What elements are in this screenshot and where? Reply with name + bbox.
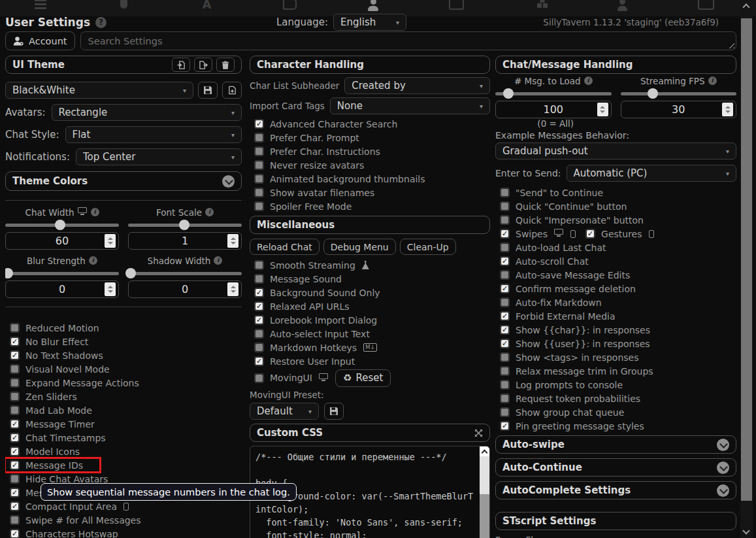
language-select[interactable]: English ▾ [333,14,406,31]
formatting-font-icon[interactable] [198,0,216,15]
checkbox[interactable] [501,298,509,307]
checkbox[interactable] [255,261,263,269]
checkbox[interactable] [255,175,263,183]
theme-select[interactable]: Black&White ▾ [5,82,193,99]
checkbox[interactable] [10,337,19,346]
checkbox-row[interactable]: No Blur Effect [5,335,242,348]
checkbox-row[interactable]: Relaxed API URLs [250,299,490,313]
checkbox-row[interactable]: Restore User Input [250,354,490,368]
account-button[interactable]: Account [5,31,75,50]
checkbox[interactable] [501,326,509,334]
user-settings-icon[interactable] [364,0,382,15]
checkbox-row[interactable]: Reduced Motion [5,321,242,335]
expand-icon[interactable] [474,429,483,437]
checkbox[interactable] [255,316,263,324]
checkbox[interactable] [501,408,509,416]
checkbox[interactable] [255,188,263,197]
slider[interactable] [128,220,242,230]
slider-value-input[interactable]: 0 [128,280,242,298]
setting-select[interactable]: None ▾ [330,97,490,114]
checkbox[interactable] [501,367,509,375]
checkbox-row[interactable]: Auto-save Message Edits [495,268,736,282]
checkbox-row[interactable]: Show <tags> in responses [495,350,736,364]
checkbox-row[interactable]: Relax message trim in Groups [495,364,736,378]
number-spinner[interactable] [227,234,238,248]
scrollbar-thumb[interactable] [480,456,489,494]
checkbox[interactable] [501,271,509,279]
checkbox[interactable] [10,406,19,414]
chevron-down-icon[interactable] [222,175,235,188]
checkbox-row[interactable]: Pin greeting message styles [495,419,736,433]
checkbox-row[interactable]: Spoiler Free Mode [250,199,490,213]
checkbox[interactable] [501,339,509,348]
collapsible-section[interactable]: Auto-swipe [495,435,736,454]
checkbox[interactable] [255,161,263,169]
checkbox[interactable] [10,488,19,497]
checkbox[interactable] [10,530,19,538]
scroll-up-icon[interactable] [480,446,489,456]
number-spinner[interactable] [722,103,733,116]
checkbox-row[interactable]: Mad Lab Mode [5,403,242,417]
movingui-row[interactable]: MovingUI ♻ Reset [250,368,490,388]
checkbox-row[interactable]: Expand Message Actions [5,376,242,390]
save-theme-button[interactable] [198,82,218,99]
checkbox-row[interactable]: Log prompts to console [495,378,736,392]
checkbox[interactable] [501,216,509,224]
checkbox-row[interactable]: No Text Shadows [5,348,242,362]
checkbox-row[interactable]: Quick "Continue" button [495,199,736,213]
editor-scrollbar[interactable] [480,446,489,538]
scroll-down-icon[interactable] [742,527,749,534]
checkbox[interactable] [255,343,263,352]
checkbox-row[interactable]: Smooth Streaming [250,258,490,272]
sliders-icon[interactable] [31,0,50,15]
collapsible-section[interactable]: AutoComplete Settings [495,481,736,499]
slider[interactable] [5,220,119,230]
checkbox-row[interactable]: Visual Novel Mode [5,362,242,376]
slider-value-input[interactable]: 30 [621,101,737,118]
checkbox-row[interactable]: Prefer Char. Prompt [250,131,490,144]
checkbox-row[interactable]: Confirm message deletion [495,282,736,295]
checkbox-row[interactable]: Never resize avatars [250,158,490,172]
checkbox-row[interactable]: Characters Hotswap [5,527,242,538]
number-spinner[interactable] [105,282,116,296]
checkbox[interactable] [501,284,509,293]
checkbox[interactable] [10,433,19,442]
checkbox[interactable] [255,329,263,338]
save-preset-button[interactable] [324,403,344,420]
movingui-reset-button[interactable]: ♻ Reset [335,369,391,387]
slider-track[interactable] [5,272,119,275]
page-scrollbar[interactable] [740,0,753,538]
checkbox[interactable] [501,243,509,252]
checkbox-row[interactable]: Animated background thumbnails [250,172,490,186]
slider[interactable] [5,268,119,278]
checkbox[interactable] [10,324,19,332]
slider-thumb[interactable] [648,88,658,99]
slider-value-input[interactable]: 100 [495,101,612,118]
checkbox[interactable] [255,357,263,365]
checkbox[interactable] [10,392,19,401]
chevron-down-icon[interactable] [717,439,729,451]
checkbox[interactable] [10,475,19,483]
slider-thumb[interactable] [55,220,65,230]
slider-thumb[interactable] [179,220,189,230]
checkbox-row[interactable]: Show {{char}}: in responses [495,323,736,337]
checkbox-row[interactable]: Show group chat queue [495,405,736,419]
checkbox-row[interactable]: Quick "Impersonate" button [495,213,736,227]
example-messages-select[interactable]: Gradual push-out ▾ [495,143,736,160]
slider-thumb[interactable] [125,268,136,278]
checkbox-row[interactable]: Lorebook Import Dialog [250,313,490,327]
chevron-down-icon[interactable] [717,484,729,497]
checkbox[interactable] [501,257,509,265]
checkbox-row[interactable]: Message Sound [250,272,490,286]
checkbox-row[interactable]: Auto-select Input Text [250,327,490,341]
checkbox[interactable] [255,302,263,311]
new-theme-button[interactable] [222,82,242,99]
slider-value-input[interactable]: 0 [5,280,119,298]
checkbox[interactable] [501,380,509,389]
resize-handle-icon[interactable] [727,41,734,48]
checkbox-row[interactable]: Request token probabilities [495,392,736,405]
collapsible-section[interactable]: Auto-Continue [495,458,736,477]
setting-select[interactable]: Rectangle ▾ [52,104,242,121]
movingui-checkbox[interactable] [255,374,263,382]
api-plug-icon[interactable] [114,0,133,15]
